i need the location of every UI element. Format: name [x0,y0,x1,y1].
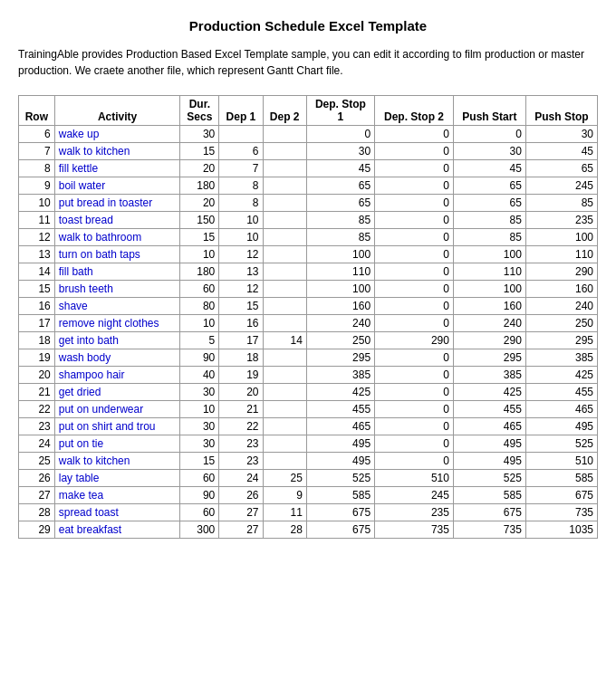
cell-dep2: 9 [263,487,306,504]
cell-dep2 [263,298,306,315]
cell-dep-stop2: 735 [375,521,454,539]
table-row: 20shampoo hair40193850385425 [19,367,598,384]
table-row: 6wake up3000030 [19,126,598,143]
table-row: 22put on underwear10214550455465 [19,401,598,418]
cell-dep1: 21 [219,401,263,418]
cell-push-stop: 735 [525,504,597,521]
cell-push-start: 45 [453,160,525,177]
cell-push-start: 495 [453,453,525,470]
cell-dep-stop2: 0 [375,229,454,246]
col-header-row: Row [19,96,55,126]
cell-dep-stop2: 0 [375,401,454,418]
cell-activity: put on underwear [54,401,180,418]
cell-row-number: 29 [19,521,55,539]
cell-row-number: 10 [19,195,55,212]
cell-dep1: 16 [219,315,263,332]
cell-dep-stop1: 675 [306,521,374,539]
cell-row-number: 8 [19,160,55,177]
cell-dep2 [263,195,306,212]
cell-dep2 [263,143,306,160]
cell-dur: 90 [180,349,219,367]
cell-push-stop: 675 [525,487,597,504]
cell-dep1: 10 [219,212,263,229]
cell-dep-stop2: 235 [375,504,454,521]
cell-dep2 [263,281,306,298]
cell-row-number: 16 [19,298,55,315]
col-header-dep1: Dep 1 [219,96,263,126]
cell-activity: get into bath [54,332,180,349]
cell-push-stop: 110 [525,246,597,263]
table-row: 29eat breakfast30027286757357351035 [19,521,598,539]
cell-row-number: 26 [19,470,55,487]
cell-activity: toast bread [54,212,180,229]
cell-push-start: 100 [453,246,525,263]
cell-row-number: 27 [19,487,55,504]
table-row: 24put on tie30234950495525 [19,435,598,453]
cell-activity: wake up [54,126,180,143]
cell-dep1: 8 [219,177,263,195]
cell-dep-stop1: 85 [306,229,374,246]
cell-dep-stop1: 110 [306,263,374,281]
cell-push-stop: 585 [525,470,597,487]
cell-dep-stop2: 290 [375,332,454,349]
cell-activity: eat breakfast [54,521,180,539]
cell-dep1: 6 [219,143,263,160]
cell-push-start: 110 [453,263,525,281]
cell-dep-stop1: 425 [306,384,374,401]
table-row: 25walk to kitchen15234950495510 [19,453,598,470]
cell-dep2 [263,246,306,263]
cell-push-stop: 30 [525,126,597,143]
cell-activity: turn on bath taps [54,246,180,263]
table-row: 15brush teeth60121000100160 [19,281,598,298]
cell-dep-stop1: 495 [306,435,374,453]
cell-dep1: 10 [219,229,263,246]
cell-dep-stop2: 0 [375,281,454,298]
cell-push-stop: 495 [525,418,597,435]
cell-dep1: 27 [219,504,263,521]
cell-dep-stop1: 100 [306,281,374,298]
table-row: 17remove night clothes10162400240250 [19,315,598,332]
cell-dep2 [263,229,306,246]
cell-dep2 [263,435,306,453]
cell-row-number: 24 [19,435,55,453]
table-row: 19wash body90182950295385 [19,349,598,367]
cell-row-number: 22 [19,401,55,418]
cell-activity: boil water [54,177,180,195]
cell-activity: brush teeth [54,281,180,298]
cell-dur: 30 [180,126,219,143]
table-row: 9boil water180865065245 [19,177,598,195]
cell-dur: 300 [180,521,219,539]
cell-dep-stop1: 250 [306,332,374,349]
cell-dur: 60 [180,281,219,298]
col-header-push-stop: Push Stop [525,96,597,126]
cell-push-start: 425 [453,384,525,401]
cell-dep2: 25 [263,470,306,487]
cell-dep1: 27 [219,521,263,539]
cell-push-start: 735 [453,521,525,539]
cell-dep1: 19 [219,367,263,384]
cell-row-number: 6 [19,126,55,143]
cell-push-start: 290 [453,332,525,349]
page-title: Production Schedule Excel Template [18,18,598,33]
cell-dur: 30 [180,418,219,435]
cell-dep-stop2: 0 [375,246,454,263]
cell-dep-stop1: 160 [306,298,374,315]
cell-dep-stop2: 0 [375,384,454,401]
cell-push-start: 160 [453,298,525,315]
cell-dur: 180 [180,177,219,195]
cell-dep2 [263,315,306,332]
cell-activity: walk to kitchen [54,143,180,160]
cell-dur: 60 [180,470,219,487]
cell-dep-stop2: 245 [375,487,454,504]
schedule-table: Row Activity Dur.Secs Dep 1 Dep 2 Dep. S… [18,95,598,539]
cell-dur: 30 [180,435,219,453]
cell-dep-stop1: 85 [306,212,374,229]
cell-dep-stop1: 65 [306,177,374,195]
cell-activity: spread toast [54,504,180,521]
cell-dur: 180 [180,263,219,281]
cell-dur: 10 [180,401,219,418]
cell-row-number: 9 [19,177,55,195]
cell-activity: put on tie [54,435,180,453]
cell-activity: fill kettle [54,160,180,177]
table-row: 13turn on bath taps10121000100110 [19,246,598,263]
